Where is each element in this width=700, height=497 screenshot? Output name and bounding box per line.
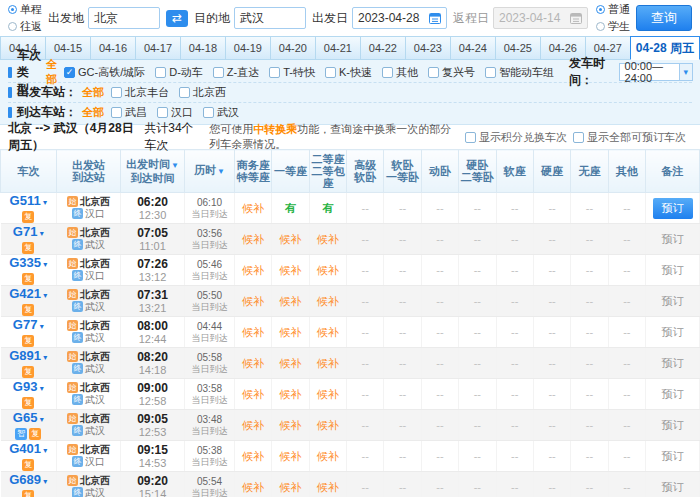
checkbox[interactable]	[325, 67, 336, 78]
train-type-option[interactable]: 其他	[382, 65, 418, 80]
depart-time-select[interactable]: 00:00—24:00 ▾	[619, 63, 694, 81]
chevron-down-icon[interactable]: ▾	[37, 384, 43, 393]
checkbox[interactable]	[428, 67, 439, 78]
column-header-hard-seat[interactable]: 硬座	[533, 150, 570, 193]
sort-icon[interactable]: ▼	[171, 161, 179, 170]
waitlist-link[interactable]: 候补	[242, 264, 264, 276]
checkbox[interactable]	[203, 107, 214, 118]
waitlist-link[interactable]: 候补	[317, 450, 339, 462]
normal-passenger-radio[interactable]: 普通	[596, 2, 630, 17]
chevron-down-icon[interactable]: ▾	[41, 198, 47, 207]
depart-station-option[interactable]: 北京西	[179, 85, 226, 100]
waitlist-link[interactable]: 候补	[280, 295, 302, 307]
waitlist-link[interactable]: 候补	[317, 264, 339, 276]
checkbox[interactable]	[111, 87, 122, 98]
transfer-link[interactable]: 中转换乘	[253, 123, 297, 135]
chevron-down-icon[interactable]: ▾	[37, 322, 43, 331]
waitlist-link[interactable]: 候补	[242, 419, 264, 431]
waitlist-link[interactable]: 候补	[242, 357, 264, 369]
train-number-link[interactable]: G71	[13, 224, 38, 239]
column-header-time[interactable]: 出发时间▼到达时间	[121, 150, 185, 193]
waitlist-link[interactable]: 候补	[280, 419, 302, 431]
display-toggle-option[interactable]: 显示全部可预订车次	[573, 130, 686, 145]
chevron-down-icon[interactable]: ▾	[41, 291, 47, 300]
waitlist-link[interactable]: 候补	[242, 326, 264, 338]
depart-date-input[interactable]: 2023-04-28	[352, 7, 447, 29]
train-type-option[interactable]: Z-直达	[213, 65, 259, 80]
waitlist-link[interactable]: 候补	[280, 481, 302, 493]
train-number-link[interactable]: G93	[13, 379, 38, 394]
round-trip-radio[interactable]: 往返	[8, 19, 42, 34]
waitlist-link[interactable]: 候补	[317, 357, 339, 369]
to-input[interactable]: 武汉	[234, 7, 306, 29]
date-tab[interactable]: 04-22	[360, 36, 405, 60]
date-tab[interactable]: 04-24	[450, 36, 495, 60]
checkbox[interactable]	[382, 67, 393, 78]
train-number-link[interactable]: G891	[9, 348, 41, 363]
date-tab[interactable]: 04-17	[135, 36, 180, 60]
waitlist-link[interactable]: 候补	[242, 202, 264, 214]
date-tab[interactable]: 04-19	[225, 36, 270, 60]
waitlist-link[interactable]: 候补	[280, 357, 302, 369]
waitlist-link[interactable]: 候补	[317, 326, 339, 338]
column-header-station[interactable]: 出发站到达站	[57, 150, 121, 193]
depart-station-option[interactable]: 北京丰台	[111, 85, 169, 100]
waitlist-link[interactable]: 候补	[280, 388, 302, 400]
one-way-radio[interactable]: 单程	[8, 2, 42, 17]
arrive-station-option[interactable]: 武汉	[203, 105, 239, 120]
column-header-train[interactable]: 车次	[1, 150, 57, 193]
checkbox[interactable]	[465, 132, 476, 143]
waitlist-link[interactable]: 候补	[242, 388, 264, 400]
train-number-link[interactable]: G65	[13, 410, 38, 425]
arrive-station-option[interactable]: 武昌	[111, 105, 147, 120]
train-number-link[interactable]: G689	[9, 472, 41, 487]
student-passenger-radio[interactable]: 学生	[596, 19, 630, 34]
train-type-option[interactable]: 智能动车组	[485, 65, 554, 80]
train-type-option[interactable]: D-动车	[155, 65, 203, 80]
waitlist-link[interactable]: 候补	[317, 481, 339, 493]
chevron-down-icon[interactable]: ▾	[41, 446, 47, 455]
checkbox[interactable]	[573, 132, 584, 143]
column-header-emu-sleeper[interactable]: 动卧	[421, 150, 458, 193]
checkbox[interactable]	[111, 107, 122, 118]
train-number-link[interactable]: G77	[13, 317, 38, 332]
waitlist-link[interactable]: 候补	[280, 233, 302, 245]
from-input[interactable]: 北京	[88, 7, 160, 29]
checkbox[interactable]	[269, 67, 280, 78]
chevron-down-icon[interactable]: ▾	[41, 477, 47, 486]
display-toggle-option[interactable]: 显示积分兑换车次	[465, 130, 567, 145]
date-tab[interactable]: 04-18	[180, 36, 225, 60]
train-number-link[interactable]: G335	[9, 255, 41, 270]
train-type-all-toggle[interactable]: 全部	[46, 57, 57, 87]
waitlist-link[interactable]: 候补	[242, 295, 264, 307]
column-header-first-class[interactable]: 一等座	[272, 150, 309, 193]
arrive-station-all-toggle[interactable]: 全部	[82, 105, 104, 120]
waitlist-link[interactable]: 候补	[280, 326, 302, 338]
chevron-down-icon[interactable]: ▾	[41, 353, 47, 362]
checkbox[interactable]	[157, 107, 168, 118]
arrive-station-option[interactable]: 汉口	[157, 105, 193, 120]
waitlist-link[interactable]: 候补	[317, 295, 339, 307]
checkbox-checked[interactable]: ✓	[64, 67, 75, 78]
column-header-soft-sleeper[interactable]: 软卧一等卧	[384, 150, 421, 193]
date-tab[interactable]: 04-20	[270, 36, 315, 60]
column-header-soft-seat[interactable]: 软座	[496, 150, 533, 193]
train-type-option[interactable]: 复兴号	[428, 65, 475, 80]
depart-station-all-toggle[interactable]: 全部	[82, 85, 104, 100]
swap-stations-icon[interactable]: ⇄	[166, 10, 188, 27]
chevron-down-icon[interactable]: ▾	[37, 229, 43, 238]
sort-icon[interactable]: ▼	[217, 167, 225, 176]
date-tab[interactable]: 04-21	[315, 36, 360, 60]
column-header-other[interactable]: 其他	[608, 150, 645, 193]
query-button[interactable]: 查询	[636, 5, 692, 31]
train-number-link[interactable]: G401	[9, 441, 41, 456]
checkbox[interactable]	[485, 67, 496, 78]
column-header-second-class[interactable]: 二等座二等包座	[309, 150, 346, 193]
column-header-remark[interactable]: 备注	[646, 150, 700, 193]
date-tab[interactable]: 04-16	[90, 36, 135, 60]
column-header-hard-sleeper[interactable]: 硬卧二等卧	[459, 150, 496, 193]
waitlist-link[interactable]: 候补	[242, 450, 264, 462]
waitlist-link[interactable]: 候补	[317, 419, 339, 431]
waitlist-link[interactable]: 候补	[317, 233, 339, 245]
column-header-business-seat[interactable]: 商务座特等座	[235, 150, 272, 193]
